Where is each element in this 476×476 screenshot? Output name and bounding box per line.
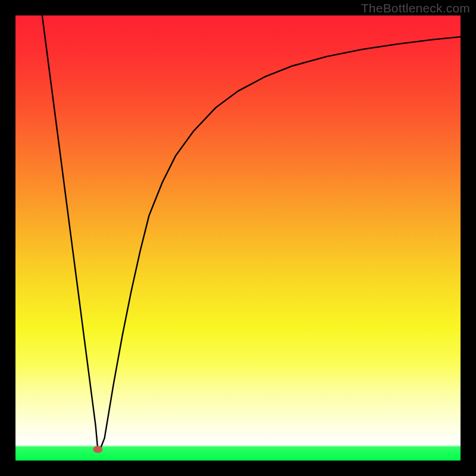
watermark-text: TheBottleneck.com xyxy=(361,1,470,15)
curve-minimum-marker xyxy=(93,446,102,453)
chart-frame: TheBottleneck.com xyxy=(0,0,476,476)
plot-area xyxy=(15,15,461,461)
chart-svg xyxy=(15,15,461,461)
bottleneck-curve xyxy=(42,15,461,449)
